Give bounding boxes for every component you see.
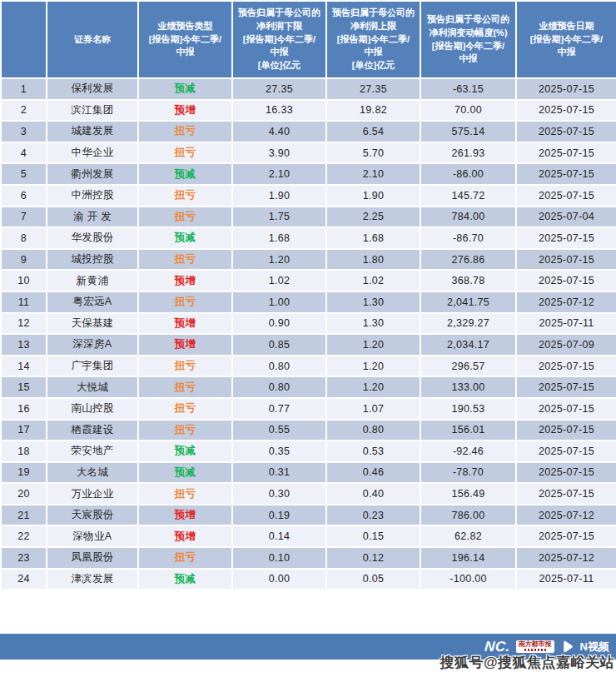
forecast-type: 预减 [138, 462, 232, 484]
row-index: 11 [1, 291, 47, 313]
profit-upper-limit: 1.02 [326, 270, 420, 291]
row-index: 7 [1, 207, 47, 228]
profit-change-percent: -92.46 [420, 441, 516, 462]
row-index: 3 [1, 121, 47, 142]
table-row: 4中华企业扭亏3.905.70261.932025-07-15 [1, 142, 616, 164]
header-row-index [1, 1, 47, 78]
paper-badge-subline [524, 649, 546, 651]
row-index: 24 [1, 569, 47, 590]
forecast-date: 2025-07-15 [516, 398, 616, 420]
profit-lower-limit: 0.19 [232, 505, 326, 526]
profit-upper-limit: 0.12 [326, 547, 420, 569]
stock-name: 深深房A [47, 334, 138, 356]
forecast-type: 扭亏 [138, 291, 232, 313]
row-index: 18 [1, 441, 47, 462]
profit-upper-limit: 2.10 [326, 163, 420, 185]
profit-upper-limit: 1.07 [326, 398, 420, 420]
header-forecast-type: 业绩预告类型 [报告期]今年二季/ 中报 [138, 1, 232, 78]
row-index: 6 [1, 185, 47, 207]
forecast-type: 扭亏 [138, 420, 232, 441]
stock-name: 渝 开 发 [47, 207, 138, 228]
table-row: 22深物业A预增0.140.1562.822025-07-15 [1, 525, 616, 547]
forecast-type: 预减 [138, 78, 232, 100]
stock-name: 华发股份 [47, 227, 138, 249]
sohu-watermark: 搜狐号@搜狐焦点嘉峪关站 [440, 653, 614, 672]
row-index: 10 [1, 270, 47, 291]
profit-upper-limit: 1.20 [326, 356, 420, 377]
stock-name: 津滨发展 [47, 569, 138, 590]
profit-upper-limit: 0.05 [326, 569, 420, 590]
row-index: 15 [1, 376, 47, 398]
forecast-type: 预增 [138, 100, 232, 122]
table-row: 21天宸股份预增0.190.23786.002025-07-12 [1, 505, 616, 526]
row-index: 22 [1, 525, 47, 547]
stock-name: 新黄浦 [47, 270, 138, 291]
row-index: 4 [1, 142, 47, 164]
stock-name: 凤凰股份 [47, 547, 138, 569]
header-stock-name: 证券名称 [47, 1, 138, 78]
forecast-date: 2025-07-15 [516, 420, 616, 441]
profit-change-percent: 368.78 [420, 270, 516, 291]
forecast-type: 扭亏 [138, 207, 232, 228]
profit-lower-limit: 0.30 [232, 483, 326, 505]
profit-lower-limit: 0.31 [232, 462, 326, 484]
profit-change-percent: 190.53 [420, 398, 516, 420]
forecast-date: 2025-07-15 [516, 185, 616, 207]
profit-change-percent: 2,041.75 [420, 291, 516, 313]
forecast-date: 2025-07-15 [516, 462, 616, 484]
profit-change-percent: 784.00 [420, 207, 516, 228]
table-row: 13深深房A预增0.851.202,034.172025-07-09 [1, 334, 616, 356]
profit-upper-limit: 19.82 [326, 100, 420, 122]
table-row: 10新黄浦预增1.021.02368.782025-07-15 [1, 270, 616, 291]
stock-name: 广宇集团 [47, 356, 138, 377]
table-row: 1保利发展预减27.3527.35-63.152025-07-15 [1, 78, 616, 100]
table-row: 7渝 开 发扭亏1.752.25784.002025-07-04 [1, 207, 616, 228]
profit-upper-limit: 0.46 [326, 462, 420, 484]
profit-change-percent: 276.86 [420, 249, 516, 271]
row-index: 19 [1, 462, 47, 484]
page: 证券名称 业绩预告类型 [报告期]今年二季/ 中报 预告归属于母公司的 净利润下… [0, 0, 616, 677]
table-row: 23凤凰股份扭亏0.100.12196.142025-07-12 [1, 547, 616, 569]
forecast-type: 预减 [138, 163, 232, 185]
profit-change-percent: 786.00 [420, 505, 516, 526]
profit-upper-limit: 1.68 [326, 227, 420, 249]
profit-upper-limit: 0.15 [326, 525, 420, 547]
forecast-date: 2025-07-15 [516, 525, 616, 547]
forecast-type: 扭亏 [138, 547, 232, 569]
profit-upper-limit: 1.90 [326, 185, 420, 207]
southern-metropolis-daily-badge: 南方都市报 [516, 640, 554, 653]
profit-lower-limit: 27.35 [232, 78, 326, 100]
profit-change-percent: 145.72 [420, 185, 516, 207]
forecast-date: 2025-07-15 [516, 78, 616, 100]
profit-upper-limit: 0.40 [326, 483, 420, 505]
table-row: 2滨江集团预增16.3319.8270.002025-07-15 [1, 100, 616, 122]
profit-change-percent: 296.57 [420, 356, 516, 377]
profit-lower-limit: 0.77 [232, 398, 326, 420]
row-index: 2 [1, 100, 47, 122]
profit-change-percent: -100.00 [420, 569, 516, 590]
forecast-date: 2025-07-15 [516, 249, 616, 271]
forecast-date: 2025-07-15 [516, 483, 616, 505]
profit-lower-limit: 0.55 [232, 420, 326, 441]
header-forecast-date: 业绩预告日期 [报告期]今年二季/ 中报 [516, 1, 616, 78]
table-row: 17栖霞建设扭亏0.550.80156.012025-07-15 [1, 420, 616, 441]
profit-lower-limit: 0.10 [232, 547, 326, 569]
table-row: 8华发股份预减1.681.68-86.702025-07-15 [1, 227, 616, 249]
stock-name: 深物业A [47, 525, 138, 547]
profit-change-percent: -86.70 [420, 227, 516, 249]
stock-name: 大悦城 [47, 376, 138, 398]
profit-upper-limit: 2.25 [326, 207, 420, 228]
table-row: 15大悦城扭亏0.801.20133.002025-07-15 [1, 376, 616, 398]
row-index: 14 [1, 356, 47, 377]
profit-lower-limit: 3.90 [232, 142, 326, 164]
stock-name: 万业企业 [47, 483, 138, 505]
table-body: 1保利发展预减27.3527.35-63.152025-07-152滨江集团预增… [1, 78, 616, 590]
profit-change-percent: 62.82 [420, 525, 516, 547]
forecast-date: 2025-07-12 [516, 291, 616, 313]
row-index: 8 [1, 227, 47, 249]
header-profit-upper-limit: 预告归属于母公司的 净利润上限 [报告期]今年二季/ 中报 [单位]亿元 [326, 1, 420, 78]
profit-change-percent: 2,329.27 [420, 313, 516, 335]
profit-lower-limit: 1.00 [232, 291, 326, 313]
header-profit-lower-limit: 预告归属于母公司的 净利润下限 [报告期]今年二季/ 中报 [单位]亿元 [232, 1, 326, 78]
profit-change-percent: -63.15 [420, 78, 516, 100]
